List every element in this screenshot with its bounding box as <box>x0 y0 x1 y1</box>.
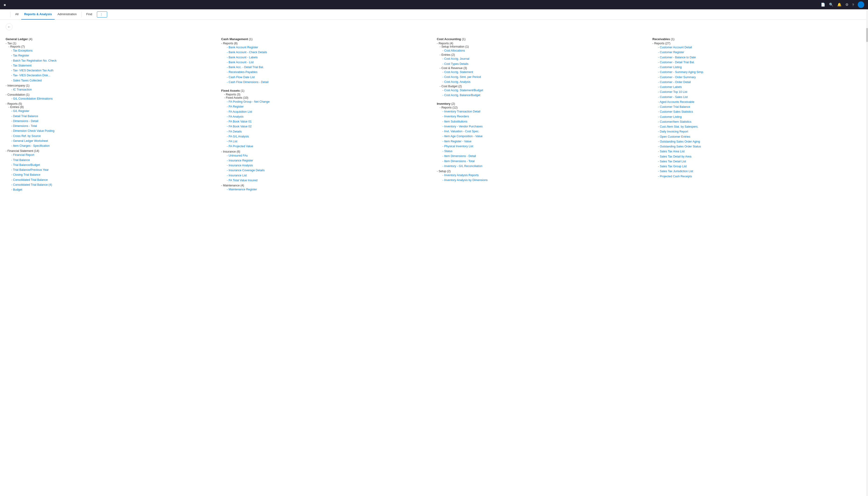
search-icon[interactable]: 🔍 <box>829 3 834 7</box>
link-item-3-0-23[interactable]: - Sales Tax Detail List <box>653 159 863 164</box>
link-item-1-2-4[interactable]: - Insurance List <box>221 173 431 178</box>
link-item-1-0-2[interactable]: - Bank Account - Labels <box>221 55 431 60</box>
link-item-0-0-1[interactable]: - Tax Exceptions <box>5 48 216 53</box>
link-item-2-1-8[interactable]: - Physical Inventory List <box>437 144 647 149</box>
link-item-2-0-7[interactable]: - Cost Acctg. Stmt. per Period <box>437 75 647 80</box>
link-item-3-0-19[interactable]: - Outstanding Sales Order Aging <box>653 139 863 144</box>
link-item-0-4-5[interactable]: - Consolidated Trial Balance <box>5 177 216 183</box>
link-item-3-0-4[interactable]: - Customer Listing <box>653 65 863 70</box>
scrollbar-track[interactable] <box>866 9 868 198</box>
link-item-1-1-2[interactable]: - FA Posting Group - Net Change <box>221 99 431 104</box>
link-item-3-0-5[interactable]: - Customer - Summary Aging Simp. <box>653 70 863 75</box>
link-item-3-0-0[interactable]: - Customer Account Detail <box>653 45 863 50</box>
link-item-3-0-25[interactable]: - Sales Tax Jurisdiction List <box>653 169 863 174</box>
link-item-3-0-6[interactable]: - Customer - Order Summary <box>653 75 863 80</box>
link-item-3-0-20[interactable]: - Outstanding Sales Order Status <box>653 144 863 149</box>
link-item-1-3-0[interactable]: - Maintenance Register <box>221 187 431 192</box>
link-item-0-0-3[interactable]: - Batch Tax Registration No. Check <box>5 58 216 63</box>
link-item-2-1-1[interactable]: - Inventory Transaction Detail <box>437 109 647 114</box>
link-item-3-0-26[interactable]: - Projected Cash Receipts <box>653 174 863 179</box>
link-item-2-1-4[interactable]: - Inventory - Vendor Purchases <box>437 124 647 129</box>
link-item-1-2-1[interactable]: - Insurance Register <box>221 158 431 163</box>
link-item-1-0-5[interactable]: - Receivables-Payables <box>221 70 431 75</box>
link-item-1-1-8[interactable]: - FA Details <box>221 129 431 134</box>
link-item-1-0-4[interactable]: - Bank Acc. - Detail Trial Bal. <box>221 65 431 70</box>
link-item-3-0-22[interactable]: - Sales Tax Detail by Area <box>653 154 863 159</box>
link-item-0-0-5[interactable]: - Tax- VIES Declaration Tax Auth <box>5 68 216 73</box>
link-item-0-3-6[interactable]: - Cross Ref. by Source <box>5 134 216 139</box>
link-item-1-1-11[interactable]: - FA Projected Value <box>221 144 431 149</box>
link-item-0-3-3[interactable]: - Dimensions - Detail <box>5 119 216 124</box>
link-item-0-4-1[interactable]: - Trial Balance <box>5 158 216 162</box>
link-item-0-3-2[interactable]: - Detail Trial Balance <box>5 114 216 119</box>
link-item-0-3-4[interactable]: - Dimensions - Total <box>5 124 216 128</box>
link-item-0-1-0[interactable]: - IC Transaction <box>5 87 216 92</box>
link-item-2-0-11[interactable]: - Cost Acctg. Balance/Budget <box>437 93 647 98</box>
link-item-3-0-17[interactable]: - Daily Invoicing Report <box>653 129 863 134</box>
link-item-0-3-1[interactable]: - G/L Register <box>5 109 216 114</box>
link-item-2-1-9[interactable]: - Status <box>437 149 647 154</box>
link-item-3-0-13[interactable]: - Customer Sales Statistics <box>653 109 863 114</box>
link-item-3-0-11[interactable]: - Aged Accounts Receivable <box>653 99 863 105</box>
link-item-2-1-12[interactable]: - Inventory - G/L Reconciliation <box>437 164 647 169</box>
link-item-2-1-5[interactable]: - Invt. Valuation - Cost Spec. <box>437 129 647 134</box>
link-item-3-0-14[interactable]: - Customer Listing <box>653 114 863 120</box>
link-item-2-0-4[interactable]: - Cost Types Details <box>437 62 647 66</box>
link-item-1-1-9[interactable]: - FA G/L Analysis <box>221 134 431 139</box>
link-item-3-0-12[interactable]: - Customer Trial Balance <box>653 105 863 109</box>
nav-item-all[interactable]: All <box>12 9 21 20</box>
link-item-0-4-2[interactable]: - Trial Balance/Budget <box>5 162 216 168</box>
link-item-2-1-6[interactable]: - Item Age Composition - Value <box>437 134 647 139</box>
link-item-0-4-4[interactable]: - Closing Trial Balance <box>5 172 216 177</box>
link-item-0-0-4[interactable]: - Tax Statement <box>5 63 216 68</box>
bell-icon[interactable]: 🔔 <box>837 3 842 7</box>
link-item-3-0-18[interactable]: - Open Customer Entries <box>653 134 863 139</box>
link-item-3-0-24[interactable]: - Sales Tax Group List <box>653 164 863 169</box>
nav-item-administration[interactable]: Administration <box>55 9 79 20</box>
link-item-1-1-3[interactable]: - FA Register <box>221 104 431 109</box>
link-item-0-4-3[interactable]: - Trial Balance/Previous Year <box>5 168 216 172</box>
link-item-1-1-4[interactable]: - FA Acquisition List <box>221 109 431 114</box>
avatar[interactable] <box>858 1 864 8</box>
link-item-0-4-0[interactable]: - Financial Report <box>5 153 216 157</box>
link-item-2-1-10[interactable]: - Item Dimensions - Detail <box>437 154 647 159</box>
link-item-1-0-1[interactable]: - Bank Account - Check Details <box>221 50 431 55</box>
link-item-2-2-0[interactable]: - Inventory Analysis Reports <box>437 173 647 178</box>
link-item-3-0-21[interactable]: - Sales Tax Area List <box>653 149 863 154</box>
link-item-2-1-11[interactable]: - Item Dimensions - Total <box>437 159 647 164</box>
explore-more-roles-button[interactable]: ⋮ <box>97 12 107 17</box>
link-item-3-0-8[interactable]: - Customer Labels <box>653 85 863 90</box>
link-item-2-1-7[interactable]: - Item Register - Value <box>437 139 647 144</box>
link-item-2-0-3[interactable]: - Cost Acctg. Journal <box>437 57 647 61</box>
link-item-2-2-1[interactable]: - Inventory Analysis by Dimensions <box>437 178 647 183</box>
link-item-0-4-6[interactable]: - Consolidated Trial Balance (4) <box>5 183 216 187</box>
link-item-0-3-7[interactable]: - General Ledger Worksheet <box>5 139 216 143</box>
link-item-3-0-3[interactable]: - Customer - Detail Trial Bal. <box>653 60 863 65</box>
link-item-1-2-3[interactable]: - Insurance Coverage Details <box>221 168 431 173</box>
link-item-2-0-8[interactable]: - Cost Acctg. Analysis <box>437 80 647 84</box>
link-item-1-2-2[interactable]: - Insurance Analysis <box>221 163 431 168</box>
link-item-3-0-10[interactable]: - Customer - Sales List <box>653 95 863 99</box>
link-item-2-0-10[interactable]: - Cost Acctg. Statement/Budget <box>437 88 647 93</box>
gear-icon[interactable]: ⚙ <box>846 3 848 7</box>
document-icon[interactable]: 📄 <box>821 3 825 7</box>
link-item-1-0-0[interactable]: - Bank Account Register <box>221 45 431 50</box>
link-item-3-0-1[interactable]: - Customer Register <box>653 50 863 55</box>
link-item-0-0-7[interactable]: - Sales Taxes Collected <box>5 78 216 83</box>
link-item-0-0-2[interactable]: - Tax Register <box>5 53 216 58</box>
nav-item-reports[interactable]: Reports & Analysis <box>21 9 55 20</box>
link-item-2-1-2[interactable]: - Inventory Reorders <box>437 114 647 119</box>
link-item-2-1-3[interactable]: - Item Substitutions <box>437 119 647 124</box>
link-item-1-0-3[interactable]: - Bank Account - List <box>221 60 431 65</box>
link-item-1-1-5[interactable]: - FA Analysis <box>221 114 431 119</box>
link-item-1-1-7[interactable]: - FA Book Value 02 <box>221 124 431 129</box>
link-item-1-0-7[interactable]: - Cash Flow Dimensions - Detail <box>221 80 431 85</box>
link-item-3-0-7[interactable]: - Customer - Order Detail <box>653 80 863 85</box>
link-item-0-4-7[interactable]: - Budget <box>5 187 216 192</box>
help-icon[interactable]: ? <box>852 3 854 7</box>
link-item-0-0-6[interactable]: - Tax- VIES Declaration Disk... <box>5 73 216 78</box>
nav-item-find[interactable]: Find <box>83 9 95 20</box>
link-item-0-3-5[interactable]: - Dimension Check Value Posting <box>5 128 216 134</box>
link-item-1-1-10[interactable]: - FA List <box>221 139 431 144</box>
link-item-2-0-6[interactable]: - Cost Acctg. Statement <box>437 70 647 75</box>
